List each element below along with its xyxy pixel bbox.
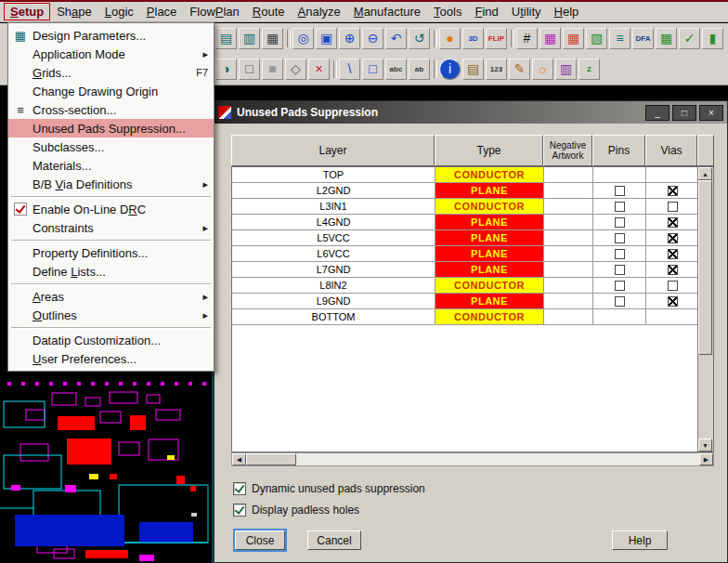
swap-columns-icon[interactable]: ▥ [555,59,577,80]
checkbox-icon[interactable] [233,482,246,495]
menu-item-cross-section[interactable]: ≡Cross-section... [8,100,214,119]
menu-analyze[interactable]: Analyze [292,3,347,20]
menu-logic[interactable]: Logic [98,3,140,20]
layer-groups-icon[interactable]: ≡ [609,28,630,49]
layer-type-cell[interactable]: CONDUCTOR [436,309,544,325]
close-button[interactable]: Close [235,530,285,550]
layer-type-cell[interactable]: PLANE [436,294,544,309]
menu-item-subclasses[interactable]: Subclasses... [8,137,214,156]
add-rect-icon[interactable]: □ [239,59,260,80]
menu-tools[interactable]: Tools [427,3,468,20]
pins-checkbox[interactable] [615,233,625,243]
vias-checkbox[interactable] [668,233,678,243]
scroll-up-icon[interactable]: ▲ [698,167,712,180]
unrats-all-icon[interactable]: ◑ [215,59,237,80]
menu-item-constraints[interactable]: Constraints▸ [8,218,214,237]
table-row[interactable]: L6VCCPLANE [232,246,698,262]
3d-view-icon[interactable]: 3D [462,28,484,49]
table-row[interactable]: L3IN1CONDUCTOR [232,199,698,215]
menu-item-unused-pads-suppression[interactable]: Unused Pads Suppression... [8,119,214,137]
table-row[interactable]: L8IN2CONDUCTOR [232,278,698,294]
layer-type-cell[interactable]: CONDUCTOR [436,278,544,294]
menu-item-areas[interactable]: Areas▸ [8,287,214,306]
color-dialog-icon[interactable]: ▦ [540,28,561,49]
menu-item-property-definitions[interactable]: Property Definitions... [8,243,214,262]
layer-type-cell[interactable]: PLANE [436,215,544,230]
add-rectangle-icon[interactable]: □ [362,59,384,80]
plot-icon[interactable]: ▦ [262,28,283,49]
hscroll-thumb[interactable] [246,453,296,465]
cancel-button[interactable]: Cancel [307,530,361,550]
constraint-manager-icon[interactable]: ▦ [656,28,677,49]
vscroll-thumb[interactable] [698,180,712,355]
menu-item-datatip-customization[interactable]: Datatip Customization... [8,331,214,349]
menu-place[interactable]: Place [140,3,184,20]
color-apply-icon[interactable]: ✎ [509,59,530,80]
scroll-down-icon[interactable]: ▼ [698,439,712,452]
measure-icon[interactable]: 123 [486,59,507,80]
dfa-spreadsheet-icon[interactable]: DFA [632,28,654,49]
menu-item-b-b-via-definitions[interactable]: B/B Via Definitions▸ [8,175,214,193]
layer-type-cell[interactable]: PLANE [436,246,544,262]
menu-item-design-parameters[interactable]: ▦Design Parameters... [8,26,214,45]
table-row[interactable]: L4GNDPLANE [232,215,698,230]
menu-route[interactable]: Route [246,3,292,20]
pins-checkbox[interactable] [615,186,625,196]
pins-checkbox[interactable] [615,249,625,259]
layer-type-cell[interactable]: CONDUCTOR [436,199,544,215]
what-if-drc-icon[interactable]: ✓ [679,28,700,49]
pins-checkbox[interactable] [615,265,625,275]
add-filled-rect-icon[interactable]: ■ [262,59,283,80]
table-row[interactable]: L5VCCPLANE [232,230,698,246]
zoom-out-icon[interactable]: ⊖ [362,28,384,49]
table-row[interactable]: BOTTOMCONDUCTOR [232,309,698,325]
layer-type-cell[interactable]: PLANE [436,183,544,199]
display-padless-holes-option[interactable]: Display padless holes [233,504,359,517]
show-element-icon[interactable]: i [439,59,461,80]
edit-text-icon[interactable]: ab [409,59,430,80]
menu-help[interactable]: Help [548,3,586,20]
add-text-icon[interactable]: abc [385,59,407,80]
dialog-titlebar[interactable]: Unused Pads Suppression _ □ × [214,101,727,124]
pins-checkbox[interactable] [615,217,625,228]
z-copy-icon[interactable]: Z [578,59,600,80]
redraw-icon[interactable]: ↺ [409,28,430,49]
vias-checkbox[interactable] [668,281,678,291]
zoom-previous-icon[interactable]: ↶ [385,28,407,49]
menu-manufacture[interactable]: Manufacture [347,3,427,20]
properties-icon[interactable]: ▮ [702,28,723,49]
grid-toggle-icon[interactable]: # [516,28,538,49]
dynamic-suppression-option[interactable]: Dynamic unused pads suppression [233,482,425,495]
menu-item-grids[interactable]: Grids...F7 [8,63,214,82]
menu-item-application-mode[interactable]: Application Mode▸ [8,45,214,63]
vias-checkbox[interactable] [668,217,678,228]
zoom-by-points-icon[interactable]: ◎ [292,28,314,49]
vias-checkbox[interactable] [668,186,678,196]
menu-item-outlines[interactable]: Outlines▸ [8,306,214,324]
shape-select-icon[interactable]: ◇ [285,59,306,80]
close-window-icon[interactable]: × [699,105,723,121]
color-visibility-icon[interactable]: ▦ [563,28,584,49]
pins-checkbox[interactable] [615,296,625,307]
import-logic-icon[interactable]: ▥ [239,28,260,49]
reports-icon[interactable]: ▤ [462,59,484,80]
layer-type-cell[interactable]: PLANE [436,230,544,246]
menu-item-change-drawing-origin[interactable]: Change Drawing Origin [8,82,214,100]
open-icon[interactable]: ▤ [215,28,237,49]
maximize-icon[interactable]: □ [672,105,696,121]
table-row[interactable]: TOPCONDUCTOR [232,167,698,183]
menu-utility[interactable]: Utility [505,3,548,20]
zoom-in-icon[interactable]: ⊕ [339,28,360,49]
layer-type-cell[interactable]: CONDUCTOR [436,167,544,183]
menu-setup[interactable]: Setup [4,3,50,20]
zoom-fit-icon[interactable]: ▣ [316,28,337,49]
menu-flowplan[interactable]: FlowPlan [183,3,245,20]
minimize-icon[interactable]: _ [645,105,670,121]
table-row[interactable]: L2GNDPLANE [232,183,698,199]
delete-element-icon[interactable]: × [308,59,330,80]
pins-checkbox[interactable] [615,202,625,212]
help-button[interactable]: Help [612,530,668,550]
horizontal-scrollbar[interactable]: ◀ ▶ [231,452,714,466]
menu-item-define-lists[interactable]: Define Lists... [8,262,214,281]
vias-checkbox[interactable] [668,202,678,212]
